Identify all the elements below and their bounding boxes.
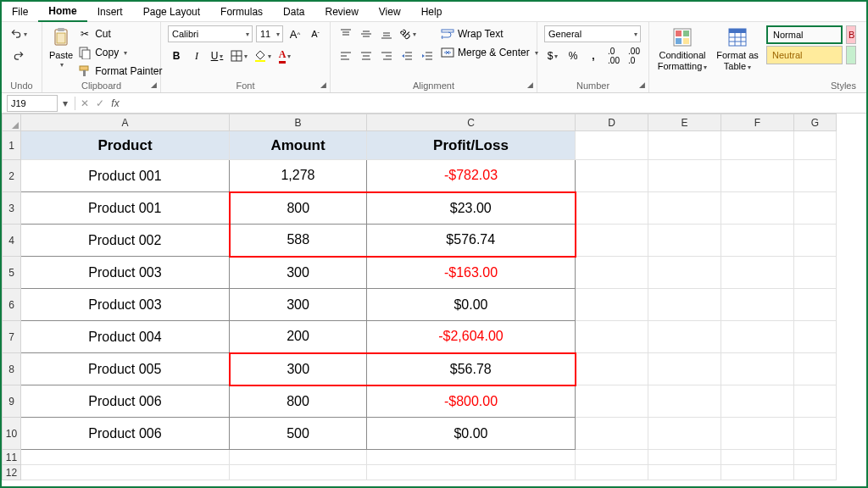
cell[interactable] — [21, 450, 230, 465]
cell-style-bad[interactable]: B — [846, 25, 856, 44]
cell[interactable]: $0.00 — [367, 418, 576, 450]
menu-review[interactable]: Review — [314, 3, 368, 21]
row-header-7[interactable]: 7 — [3, 321, 21, 353]
col-header-b[interactable]: B — [230, 114, 367, 131]
clipboard-dialog-launcher[interactable]: ◢ — [151, 80, 157, 89]
cell[interactable]: -$782.03 — [367, 160, 576, 192]
cell[interactable] — [576, 385, 648, 418]
font-dialog-launcher[interactable]: ◢ — [320, 80, 326, 89]
cell[interactable]: Product 001 — [21, 160, 230, 192]
cell[interactable] — [648, 160, 721, 192]
cell[interactable] — [721, 450, 794, 465]
cell[interactable]: 1,278 — [230, 160, 367, 192]
cell[interactable] — [648, 450, 721, 465]
cell[interactable] — [367, 450, 576, 465]
cell[interactable] — [721, 353, 794, 385]
cell-style-good[interactable] — [846, 46, 856, 64]
cell[interactable]: 300 — [230, 353, 367, 385]
cell[interactable] — [721, 465, 794, 480]
cell[interactable] — [648, 465, 721, 480]
select-all-corner[interactable] — [3, 114, 21, 131]
cell[interactable] — [648, 353, 721, 385]
cell[interactable] — [794, 289, 837, 321]
cancel-formula-button[interactable]: ✕ — [77, 97, 92, 109]
cell[interactable] — [576, 465, 648, 480]
cell[interactable] — [576, 418, 648, 450]
menu-file[interactable]: File — [2, 3, 38, 21]
name-box[interactable]: J19 — [7, 95, 58, 112]
cell[interactable] — [576, 225, 648, 257]
cell[interactable]: Product 004 — [21, 321, 230, 353]
cell[interactable] — [794, 465, 837, 480]
cell[interactable]: 300 — [230, 257, 367, 289]
cell[interactable] — [576, 450, 648, 465]
fill-color-button[interactable]: ▾ — [253, 47, 273, 64]
decrease-decimal-button[interactable]: .00.0 — [626, 47, 643, 64]
cell[interactable] — [794, 450, 837, 465]
row-header-9[interactable]: 9 — [3, 385, 21, 418]
cell[interactable] — [576, 321, 648, 353]
row-header-12[interactable]: 12 — [3, 465, 21, 480]
cell[interactable]: Profit/Loss — [367, 131, 576, 160]
cell[interactable]: 500 — [230, 418, 367, 450]
copy-button[interactable]: Copy▾ — [78, 44, 162, 61]
cell[interactable] — [21, 465, 230, 480]
cell[interactable]: Product — [21, 131, 230, 160]
cell[interactable] — [576, 289, 648, 321]
cell-style-normal[interactable]: Normal — [766, 25, 843, 44]
conditional-formatting-button[interactable]: Conditional Formatting▾ — [656, 25, 709, 71]
align-center-button[interactable] — [358, 47, 375, 64]
cell[interactable]: Product 003 — [21, 257, 230, 289]
cell[interactable] — [576, 257, 648, 289]
cell[interactable] — [794, 321, 837, 353]
cell[interactable]: Amount — [230, 131, 367, 160]
cell[interactable] — [721, 289, 794, 321]
font-size-dropdown[interactable]: 11 — [256, 25, 283, 42]
cell[interactable] — [721, 192, 794, 225]
cell[interactable]: $56.78 — [367, 353, 576, 385]
cell[interactable] — [576, 353, 648, 385]
row-header-5[interactable]: 5 — [3, 257, 21, 289]
menu-data[interactable]: Data — [273, 3, 314, 21]
align-right-button[interactable] — [378, 47, 395, 64]
cell[interactable] — [576, 192, 648, 225]
decrease-font-button[interactable]: Aˇ — [307, 25, 324, 42]
row-header-11[interactable]: 11 — [3, 450, 21, 465]
align-bottom-button[interactable] — [378, 25, 395, 42]
cell[interactable]: Product 005 — [21, 353, 230, 385]
format-painter-button[interactable]: Format Painter — [78, 63, 162, 80]
row-header-3[interactable]: 3 — [3, 192, 21, 225]
cell[interactable] — [794, 385, 837, 418]
cell[interactable] — [794, 160, 837, 192]
row-header-2[interactable]: 2 — [3, 160, 21, 192]
col-header-a[interactable]: A — [21, 114, 230, 131]
cell[interactable]: 800 — [230, 385, 367, 418]
col-header-f[interactable]: F — [721, 114, 794, 131]
cell[interactable]: 800 — [230, 192, 367, 225]
menu-formulas[interactable]: Formulas — [210, 3, 273, 21]
format-as-table-button[interactable]: Format as Table▾ — [714, 25, 761, 71]
font-name-dropdown[interactable]: Calibri — [168, 25, 253, 42]
menu-insert[interactable]: Insert — [87, 3, 133, 21]
col-header-d[interactable]: D — [576, 114, 648, 131]
cell[interactable] — [794, 418, 837, 450]
cell[interactable] — [721, 257, 794, 289]
accounting-format-button[interactable]: $▾ — [544, 47, 561, 64]
increase-decimal-button[interactable]: .0.00 — [605, 47, 622, 64]
row-header-1[interactable]: 1 — [3, 131, 21, 160]
formula-input[interactable] — [123, 95, 866, 112]
cell[interactable] — [648, 418, 721, 450]
cell[interactable]: -$163.00 — [367, 257, 576, 289]
increase-indent-button[interactable] — [419, 47, 436, 64]
cell[interactable] — [648, 289, 721, 321]
align-middle-button[interactable] — [358, 25, 375, 42]
cell[interactable] — [648, 131, 721, 160]
decrease-indent-button[interactable] — [398, 47, 415, 64]
paste-button[interactable]: Paste ▾ — [49, 25, 73, 69]
menu-help[interactable]: Help — [411, 3, 453, 21]
enter-formula-button[interactable]: ✓ — [92, 97, 108, 109]
underline-button[interactable]: U▾ — [209, 47, 225, 64]
row-header-4[interactable]: 4 — [3, 225, 21, 257]
cell[interactable]: 200 — [230, 321, 367, 353]
fx-button[interactable]: fx — [108, 97, 123, 109]
